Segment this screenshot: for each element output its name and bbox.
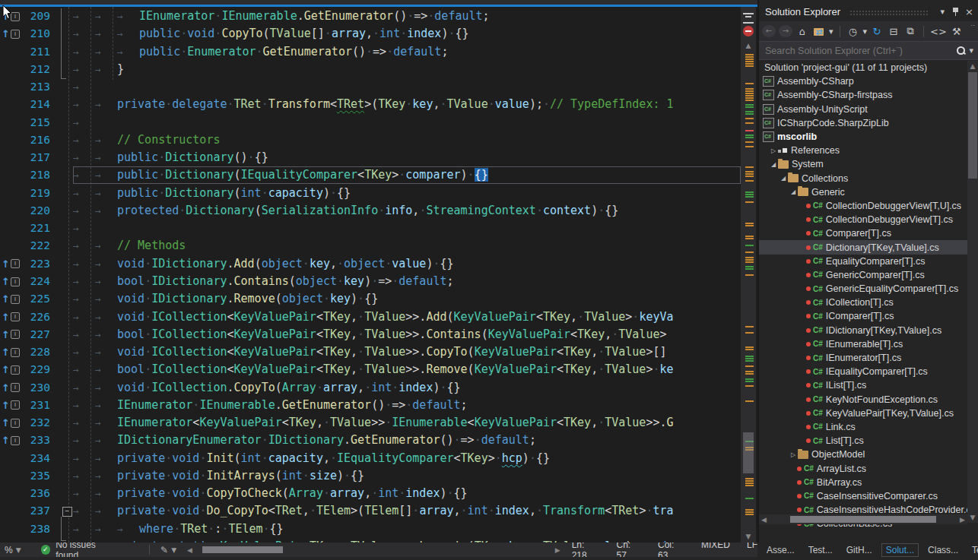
home-icon[interactable]: ⌂ (795, 26, 809, 37)
tree-item-keyvaluepair-tkey-tvalue-cs[interactable]: C#KeyValuePair[TKey,TValue].cs (759, 407, 967, 420)
scroll-right-arrow-icon[interactable]: ▶ (960, 516, 965, 524)
code-cleanup-icon[interactable]: ✎ (160, 545, 168, 555)
refresh-icon[interactable]: ↻ (870, 26, 884, 37)
code-line-211[interactable]: 211→→→public·Enumerator·GetEnumerator()·… (0, 43, 757, 61)
collapse-arrow-icon[interactable]: ◢ (789, 188, 798, 195)
code-line-212[interactable]: 212→→} (0, 61, 757, 78)
code-line-217[interactable]: 217→→public·Dictionary()·{} (0, 149, 757, 166)
implements-glyph-icon[interactable]: ↑I (0, 273, 21, 290)
implements-glyph-icon[interactable]: ↑I (0, 326, 21, 343)
code-line-237[interactable]: 237−→→private·void·Do_CopyTo<TRet,·TElem… (0, 502, 757, 520)
code-line-214[interactable]: 214→→private·delegate·TRet·Transform<TRe… (0, 96, 757, 113)
code-line-229[interactable]: ↑I229→→bool·ICollection<KeyValuePair<TKe… (0, 361, 757, 378)
tree-item-solution-project-gui-11-of-11-projects[interactable]: Solution 'project-gui' (11 of 11 project… (759, 61, 967, 74)
tree-item-collectiondebuggerview-t-u-cs[interactable]: C#CollectionDebuggerView[T,U].cs (759, 199, 967, 213)
scroll-left-arrow-icon[interactable]: ◀ (187, 546, 192, 554)
tree-item-equalitycomparer-t-cs[interactable]: C#EqualityComparer[T].cs (759, 255, 967, 268)
scroll-up-arrow-icon[interactable]: ▲ (741, 42, 756, 49)
scroll-down-arrow-icon[interactable]: ▼ (741, 533, 756, 540)
search-input[interactable] (764, 45, 954, 57)
code-line-213[interactable]: 213→ (0, 78, 757, 96)
toolbar-overflow-icon[interactable]: ·· (970, 21, 975, 29)
scroll-right-arrow-icon[interactable]: ▶ (555, 546, 560, 554)
code-line-227[interactable]: ↑I227→→bool·ICollection<KeyValuePair<TKe… (0, 326, 757, 343)
code-line-232[interactable]: ↑I232→→IEnumerator<KeyValuePair<TKey,·TV… (0, 414, 757, 432)
code-line-210[interactable]: ↑I210→→→public·void·CopyTo(TValue[]·arra… (0, 25, 757, 43)
code-line-239[interactable]: 239→→private·static·KeyValuePair<TKey,·T… (0, 538, 757, 543)
sync-with-active-document-icon[interactable]: ⇄ (812, 26, 826, 37)
pin-icon[interactable] (952, 7, 959, 17)
zoom-level[interactable]: % (5, 545, 13, 555)
tree-item-genericcomparer-t-cs[interactable]: C#GenericComparer[T].cs (759, 268, 967, 282)
implements-glyph-icon[interactable]: ↑I (0, 343, 21, 361)
code-line-231[interactable]: ↑I231→→IEnumerator·IEnumerable.GetEnumer… (0, 397, 757, 414)
code-line-233[interactable]: ↑I233→→IDictionaryEnumerator·IDictionary… (0, 432, 757, 449)
tree-item-link-cs[interactable]: C#Link.cs (759, 420, 967, 434)
search-box[interactable]: ▾ (759, 41, 978, 60)
show-all-files-icon[interactable]: ⧉ (903, 25, 917, 37)
editor-horizontal-scrollbar[interactable] (201, 546, 553, 554)
editor-vertical-scrollbar[interactable]: ▲ ▼ (741, 7, 756, 543)
tree-item-list-t-cs[interactable]: C#List[T].cs (759, 434, 967, 448)
code-line-225[interactable]: ↑I225→→void·IDictionary.Remove(object·ke… (0, 290, 757, 308)
code-line-215[interactable]: 215→ (0, 114, 757, 131)
code-line-238[interactable]: 238→→→where·TRet·:·TElem·{} (0, 520, 757, 538)
tree-item-keynotfoundexception-cs[interactable]: C#KeyNotFoundException.cs (759, 393, 967, 407)
tree-item-arraylist-cs[interactable]: C#ArrayList.cs (759, 461, 967, 475)
code-line-230[interactable]: ↑I230→→void·ICollection.CopyTo(Array·arr… (0, 379, 757, 397)
implements-glyph-icon[interactable]: ↑I (0, 290, 21, 308)
scrollbar-thumb[interactable] (968, 72, 977, 179)
panel-horizontal-scrollbar[interactable]: ◀ ▶ (759, 514, 967, 524)
tree-item-ienumerator-t-cs[interactable]: C#IEnumerator[T].cs (759, 351, 967, 365)
forward-icon[interactable]: → (779, 25, 792, 37)
close-icon[interactable]: × (965, 6, 973, 17)
tree-item-icomparer-t-cs[interactable]: C#IComparer[T].cs (759, 309, 967, 323)
zoom-caret-icon[interactable]: ▼ (16, 546, 21, 554)
scrollbar-thumb[interactable] (743, 432, 754, 473)
scrollbar-thumb[interactable] (790, 516, 936, 523)
implements-glyph-icon[interactable]: ↑I (0, 379, 21, 397)
tree-item-references[interactable]: ▷References (759, 144, 967, 157)
code-line-209[interactable]: ↑I209→→→IEnumerator·IEnumerable.GetEnume… (0, 8, 757, 25)
scroll-up-arrow-icon[interactable]: ▲ (967, 62, 978, 70)
code-line-218[interactable]: 218→→public·Dictionary(IEqualityComparer… (0, 166, 757, 184)
search-options-caret-icon[interactable]: ▾ (969, 46, 973, 55)
collapse-all-icon[interactable]: ⊟ (887, 26, 900, 37)
code-line-223[interactable]: ↑I223→→void·IDictionary.Add(object·key,·… (0, 255, 757, 273)
panel-tab-asse[interactable]: Asse... (762, 543, 799, 557)
view-code-icon[interactable]: <> (930, 26, 947, 37)
code-line-234[interactable]: 234→→private·void·Init(int·capacity,·IEq… (0, 450, 757, 467)
tree-item-generic[interactable]: ◢Generic (759, 185, 967, 199)
code-line-236[interactable]: 236→→private·void·CopyToCheck(Array·arra… (0, 485, 757, 502)
code-line-226[interactable]: ↑I226→→void·ICollection<KeyValuePair<TKe… (0, 308, 757, 326)
tree-item-bitarray-cs[interactable]: C#BitArray.cs (759, 476, 967, 489)
implements-glyph-icon[interactable]: ↑I (0, 25, 21, 43)
splitter-grip-icon[interactable] (743, 13, 754, 24)
tree-item-mscorlib[interactable]: mscorlib (759, 130, 967, 144)
panel-title-bar[interactable]: Solution Explorer ▾ × (759, 0, 978, 21)
editor-body[interactable]: ↑I209→→→IEnumerator·IEnumerable.GetEnume… (0, 7, 757, 543)
panel-tab-test[interactable]: Test... (804, 543, 837, 557)
sync-with-active-document-caret-icon[interactable]: ▾ (829, 27, 834, 36)
implements-glyph-icon[interactable]: ↑I (0, 397, 21, 414)
fold-collapse-icon[interactable]: − (56, 502, 73, 520)
scrollbar-track[interactable] (769, 515, 957, 524)
tree-item-dictionary-tkey-tvalue-cs[interactable]: C#Dictionary[TKey,TValue].cs (759, 240, 967, 254)
tree-item-collectiondebuggerview-t-cs[interactable]: C#CollectionDebuggerView[T].cs (759, 213, 967, 226)
search-icon[interactable] (956, 46, 966, 55)
scrollbar-thumb[interactable] (202, 546, 283, 553)
panel-vertical-scrollbar[interactable]: ▲ ▼ (967, 61, 978, 523)
tree-item-comparer-t-cs[interactable]: C#Comparer[T].cs (759, 226, 967, 240)
back-icon[interactable]: ← (762, 25, 776, 37)
implements-glyph-icon[interactable]: ↑I (0, 308, 21, 326)
implements-glyph-icon[interactable]: ↑I (0, 432, 21, 449)
tree-item-assembly-csharp[interactable]: Assembly-CSharp (759, 74, 967, 88)
code-line-219[interactable]: 219→→public·Dictionary(int·capacity)·{} (0, 185, 757, 202)
panel-tab-tea[interactable]: Tea... (967, 543, 978, 557)
pending-changes-filter-icon[interactable]: ◷ (846, 26, 860, 37)
expand-arrow-icon[interactable]: ▷ (769, 147, 778, 154)
tree-item-objectmodel[interactable]: ▷ObjectModel (759, 448, 967, 461)
tree-item-icollection-t-cs[interactable]: C#ICollection[T].cs (759, 296, 967, 309)
code-line-222[interactable]: 222→→// Methods (0, 237, 757, 255)
code-line-220[interactable]: 220→→protected·Dictionary(SerializationI… (0, 202, 757, 220)
